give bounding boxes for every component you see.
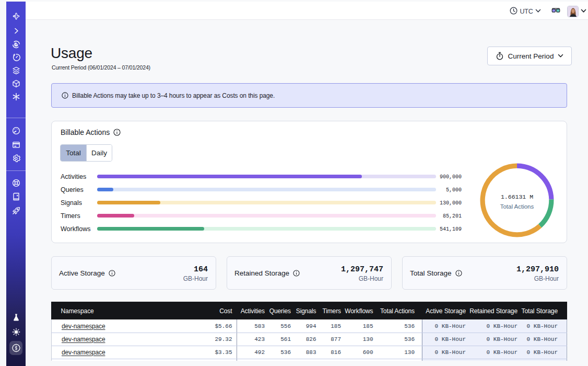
svg-text:1.66131 M: 1.66131 M — [501, 193, 533, 200]
svg-text:Total Actions: Total Actions — [500, 203, 534, 210]
